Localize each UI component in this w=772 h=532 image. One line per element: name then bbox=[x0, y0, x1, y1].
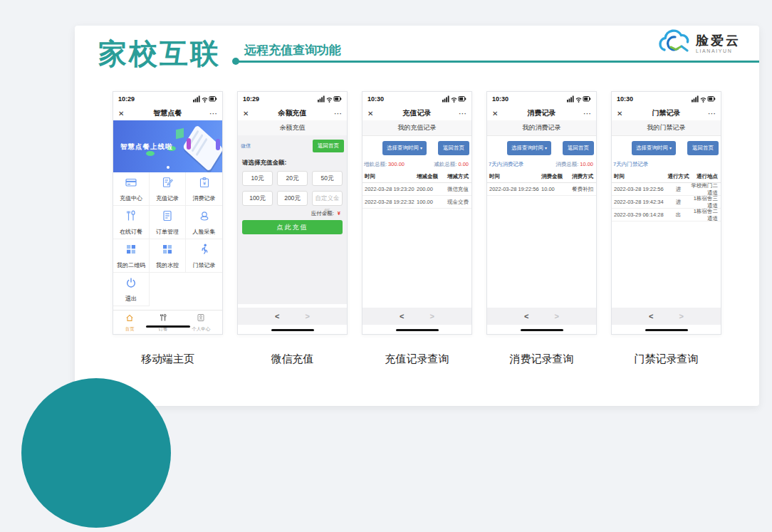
period-label: 7天内消费记录 bbox=[489, 161, 523, 168]
filter-row: 选择查询时间▾ 返回首页 bbox=[362, 141, 471, 157]
grid-item-my-water[interactable]: 我的水控 bbox=[150, 239, 186, 273]
payable-label: 应付金额: bbox=[311, 210, 334, 217]
table-header: 时间 通行方式 通行地点 bbox=[612, 170, 721, 183]
more-icon[interactable]: ⋯ bbox=[708, 109, 716, 118]
caret-down-icon: ▾ bbox=[669, 146, 672, 150]
grid-item-face-collect[interactable]: 人脸采集 bbox=[186, 206, 222, 239]
grid-item-consume-records[interactable]: ¥ 消费记录 bbox=[186, 172, 222, 206]
more-icon[interactable]: ⋯ bbox=[583, 109, 591, 118]
back-home-button[interactable]: 返回首页 bbox=[563, 141, 594, 155]
banner-person-shape bbox=[216, 139, 220, 150]
back-home-button[interactable]: 返回首页 bbox=[313, 140, 344, 152]
caption-wechat-recharge: 微信充值 bbox=[237, 353, 348, 366]
caret-down-icon: ▾ bbox=[545, 146, 547, 150]
status-time: 10:29 bbox=[118, 95, 135, 103]
period-label: 7天内门禁记录 bbox=[613, 161, 648, 168]
grid-item-online-order[interactable]: 在线订餐 bbox=[113, 206, 150, 239]
caret-down-icon: ▾ bbox=[420, 146, 422, 150]
promo-banner[interactable]: 智慧点餐上线啦 bbox=[113, 120, 222, 172]
app-grid: 充值中心 充值记录 ¥ 消费记录 在线订餐 订单管理 人脸采集 bbox=[113, 172, 222, 306]
grid-item-my-qrcode[interactable]: 我的二维码 bbox=[113, 239, 150, 273]
total-deducted-label: 减款总额: bbox=[434, 161, 457, 167]
nav-bar: 余额充值 ✕ ⋯ bbox=[238, 106, 347, 120]
banner-text: 智慧点餐上线啦 bbox=[120, 142, 173, 152]
cutlery-icon bbox=[125, 209, 137, 225]
brand-logo: 脸爱云 LIANAIYUN bbox=[654, 28, 742, 60]
back-home-button[interactable]: 返回首页 bbox=[687, 141, 719, 155]
channel-label: 微信 bbox=[241, 142, 251, 150]
amount-options: 10元 20元 50元 100元 200元 自定义金额 bbox=[242, 171, 343, 206]
grid-item-access-records[interactable]: 门禁记录 bbox=[186, 239, 222, 273]
face-icon bbox=[198, 209, 211, 225]
home-indicator bbox=[146, 325, 190, 328]
nav-bar: 充值记录 ✕ ⋯ bbox=[362, 106, 471, 120]
bottom-tab-bar: 首页 订餐 个人中心 bbox=[113, 310, 222, 334]
status-time: 10:30 bbox=[617, 95, 633, 103]
grid-item-label: 充值记录 bbox=[156, 194, 179, 202]
amount-button-50[interactable]: 50元 bbox=[312, 171, 343, 186]
summary-row: 7天内消费记录 消费总额:10.00 bbox=[489, 161, 593, 168]
status-time: 10:30 bbox=[367, 95, 384, 103]
document-icon bbox=[161, 209, 174, 225]
records-table: 时间 通行方式 通行地点 2022-03-28 19:22:56 进 学校南门二… bbox=[612, 170, 721, 221]
choose-time-button[interactable]: 选择查询时间▾ bbox=[507, 141, 551, 155]
more-icon[interactable]: ⋯ bbox=[334, 109, 342, 118]
doc-edit-icon bbox=[161, 176, 174, 192]
amount-button-10[interactable]: 10元 bbox=[242, 171, 273, 186]
grid-item-order-manage[interactable]: 订单管理 bbox=[150, 206, 186, 239]
forward-arrow[interactable]: > bbox=[306, 312, 310, 320]
forward-arrow[interactable]: > bbox=[555, 312, 559, 320]
phone-consume-records-screen: 10:30 消费记录 ✕ ⋯ 我的消费记录 选择查询时间▾ 返回首页 7天内消费… bbox=[486, 91, 597, 335]
page-subheader: 余额充值 bbox=[238, 120, 347, 136]
custom-amount-input[interactable]: 自定义金额 bbox=[312, 191, 343, 206]
grid-item-recharge-records[interactable]: 充值记录 bbox=[150, 172, 186, 206]
home-indicator bbox=[271, 329, 314, 331]
cloud-logo-icon bbox=[656, 28, 693, 60]
receipt-yuan-icon: ¥ bbox=[198, 176, 211, 192]
header-divider bbox=[237, 61, 759, 63]
amount-button-100[interactable]: 100元 bbox=[242, 191, 273, 206]
status-time: 10:29 bbox=[243, 95, 259, 103]
grid-item-logout[interactable]: 退出 bbox=[113, 273, 150, 306]
back-arrow[interactable]: < bbox=[524, 312, 528, 320]
forward-arrow[interactable]: > bbox=[679, 312, 684, 320]
choose-time-button[interactable]: 选择查询时间▾ bbox=[632, 141, 676, 155]
grid-item-recharge-center[interactable]: 充值中心 bbox=[113, 172, 150, 206]
more-icon[interactable]: ⋯ bbox=[459, 109, 466, 118]
status-time: 10:30 bbox=[492, 95, 508, 103]
nav-bar: 门禁记录 ✕ ⋯ bbox=[612, 106, 721, 120]
back-home-button[interactable]: 返回首页 bbox=[438, 141, 469, 155]
page-title: 家校互联 bbox=[98, 34, 221, 73]
recharge-form: 微信 返回首页 请选择充值金额: 10元 20元 50元 100元 200元 自… bbox=[238, 135, 347, 304]
filter-row: 选择查询时间▾ 返回首页 bbox=[612, 141, 721, 157]
grid-item-label: 人脸采集 bbox=[193, 228, 216, 236]
status-icons bbox=[567, 93, 591, 105]
recharge-button[interactable]: 点此充值 bbox=[242, 220, 343, 234]
table-row: 2022-03-28 19:22:56 10.00 餐费补扣 bbox=[487, 183, 596, 196]
caption-consume-query: 消费记录查询 bbox=[486, 353, 597, 366]
grid-item-label: 我的二维码 bbox=[117, 261, 145, 269]
choose-time-button[interactable]: 选择查询时间▾ bbox=[382, 141, 427, 155]
tab-order[interactable]: 订餐 bbox=[158, 312, 167, 333]
caption-mobile-home: 移动端主页 bbox=[113, 353, 223, 366]
grid-item-label: 我的水控 bbox=[156, 261, 179, 269]
grid-item-label: 退出 bbox=[125, 295, 137, 303]
table-row: 2022-03-28 19:22:56 进 学校南门二通道 bbox=[612, 183, 721, 196]
amount-button-20[interactable]: 20元 bbox=[277, 171, 308, 186]
tab-profile[interactable]: 个人中心 bbox=[192, 312, 210, 333]
back-arrow[interactable]: < bbox=[275, 312, 279, 320]
phone-recharge-screen: 10:29 余额充值 ✕ ⋯ 余额充值 微信 返回首页 请选择充值金额: 10元… bbox=[237, 91, 348, 335]
nav-title: 智慧点餐 bbox=[113, 108, 222, 118]
back-arrow[interactable]: < bbox=[649, 312, 653, 320]
caption-recharge-query: 充值记录查询 bbox=[362, 353, 472, 366]
home-indicator bbox=[645, 329, 688, 331]
back-arrow[interactable]: < bbox=[400, 312, 404, 320]
amount-button-200[interactable]: 200元 bbox=[277, 191, 308, 206]
status-icons bbox=[318, 93, 342, 105]
forward-arrow[interactable]: > bbox=[430, 312, 434, 320]
more-icon[interactable]: ⋯ bbox=[209, 109, 217, 118]
page-subheader: 我的门禁记录 bbox=[612, 120, 721, 136]
carousel-dot bbox=[167, 166, 169, 169]
total-added-label: 增款总额: bbox=[364, 161, 387, 167]
tab-home[interactable]: 首页 bbox=[125, 312, 135, 333]
